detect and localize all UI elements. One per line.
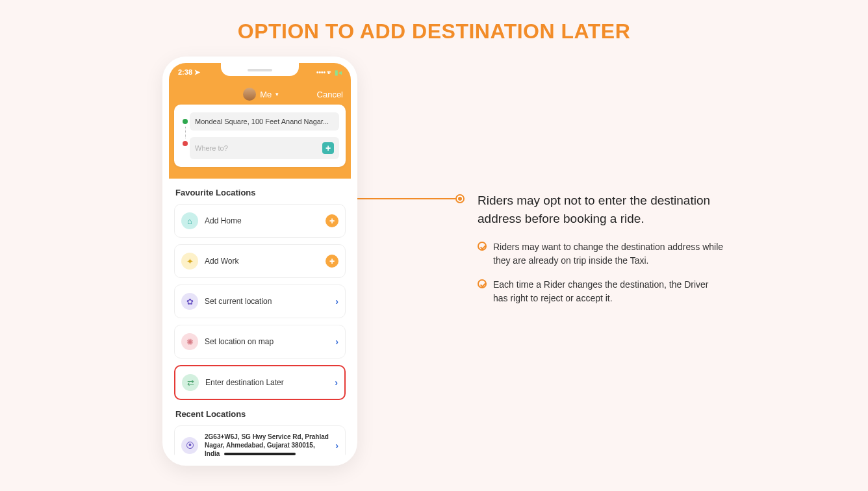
add-home-row[interactable]: ⌂ Add Home + [174,204,346,238]
chevron-right-icon: › [335,296,338,307]
description-column: Riders may opt not to enter the destinat… [478,192,724,305]
destination-dot-icon [183,141,188,146]
cancel-button[interactable]: Cancel [317,90,343,99]
favourites-heading: Favourite Locations [169,179,351,204]
enter-later-row[interactable]: ⇄ Enter destination Later › [174,365,346,400]
page-title: OPTION TO ADD DESTINATION LATER [0,0,868,44]
add-icon[interactable]: + [326,214,338,227]
map-icon: ✺ [181,333,198,350]
bullet-item: Riders may want to change the destinatio… [478,240,724,268]
battery-icon: ▮◂ [335,69,342,76]
set-current-label: Set current location [205,297,329,306]
signal-icon: •••• [316,69,326,76]
status-time: 2:38 ➤ [178,68,200,77]
bullet-text: Riders may want to change the destinatio… [493,240,724,268]
chevron-right-icon: › [335,440,338,451]
chevron-right-icon: › [335,336,338,347]
connector-dot-icon [455,194,465,203]
location-icon: ✿ [181,293,198,310]
check-icon [478,242,487,251]
route-card: Mondeal Square, 100 Feet Anand Nagar... … [174,105,346,167]
check-icon [478,279,487,288]
chevron-down-icon: ▾ [275,91,279,97]
avatar [243,88,256,101]
add-destination-button[interactable]: + [322,142,334,154]
set-on-map-label: Set location on map [205,337,329,346]
user-label: Me [260,90,272,99]
recent-location-row[interactable]: ⦿ 2G63+W6J, SG Hwy Service Rd, Prahlad N… [174,425,346,465]
add-home-label: Add Home [205,216,319,225]
set-on-map-row[interactable]: ✺ Set location on map › [174,325,346,359]
recent-heading: Recent Locations [169,400,351,425]
connector-line [352,198,456,199]
pin-icon: ⦿ [181,437,198,454]
home-icon: ⌂ [181,212,198,229]
add-work-row[interactable]: ✦ Add Work + [174,244,346,278]
bullet-item: Each time a Rider changes the destinatio… [478,278,724,305]
bullet-text: Each time a Rider changes the destinatio… [493,278,724,305]
destination-placeholder: Where to? [195,144,228,152]
status-icons: •••• ᯤ ▮◂ [316,69,342,76]
wifi-icon: ᯤ [327,69,333,76]
add-icon[interactable]: + [326,255,338,268]
work-icon: ✦ [181,253,198,270]
pickup-input[interactable]: Mondeal Square, 100 Feet Anand Nagar... [190,112,339,131]
pickup-dot-icon [183,119,188,124]
home-indicator [224,453,296,455]
add-work-label: Add Work [205,257,319,266]
user-selector[interactable]: Me ▾ [243,88,279,101]
pickup-value: Mondeal Square, 100 Feet Anand Nagar... [195,118,329,125]
destination-input[interactable]: Where to? + [190,137,339,159]
enter-later-label: Enter destination Later [205,378,328,387]
later-icon: ⇄ [182,374,199,391]
chevron-right-icon: › [335,377,338,388]
main-description: Riders may opt not to enter the destinat… [478,192,724,227]
set-current-location-row[interactable]: ✿ Set current location › [174,284,346,318]
phone-frame: 2:38 ➤ •••• ᯤ ▮◂ Me ▾ Cancel [162,57,357,466]
app-header: Me ▾ Cancel [169,81,351,107]
phone-notch [221,62,299,76]
